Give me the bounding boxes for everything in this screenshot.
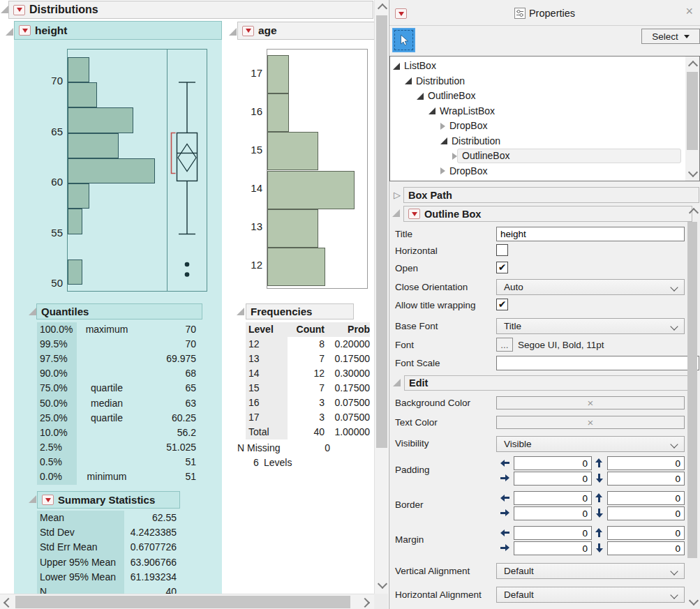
scroll-thumb[interactable] <box>376 15 387 448</box>
padding-top-input[interactable] <box>607 456 685 470</box>
histogram-bar[interactable] <box>267 93 289 132</box>
tree-item-distribution[interactable]: Distribution <box>393 134 681 149</box>
tree-item-dropbox[interactable]: DropBox <box>393 119 681 133</box>
margin-right-input[interactable] <box>514 541 592 555</box>
margin-bottom-input[interactable] <box>607 541 685 555</box>
border-left-input[interactable] <box>514 491 592 505</box>
scroll-down-arrow[interactable] <box>378 579 387 589</box>
close-icon[interactable]: × <box>685 3 693 19</box>
distributions-header[interactable]: Distributions <box>8 1 373 19</box>
box-path-header[interactable]: Box Path <box>403 187 699 203</box>
levels-row: 6 Levels <box>246 456 370 470</box>
tree-collapsed-icon[interactable] <box>440 167 445 174</box>
histogram-bar[interactable] <box>68 57 89 82</box>
frequencies-header[interactable]: Frequencies <box>246 303 354 319</box>
scroll-thumb[interactable] <box>687 72 698 150</box>
padding-left-input[interactable] <box>514 456 592 470</box>
report-vertical-scrollbar[interactable] <box>374 0 388 594</box>
border-bottom-input[interactable] <box>607 506 685 520</box>
tree-expanded-icon[interactable] <box>417 93 424 100</box>
histogram-bar[interactable] <box>68 158 155 183</box>
close-orientation-dropdown[interactable]: Auto <box>496 279 685 295</box>
tree-expanded-icon[interactable] <box>429 107 435 114</box>
edit-header[interactable]: Edit <box>404 375 692 391</box>
title-input[interactable] <box>496 227 685 241</box>
box-path-collapse-icon[interactable]: ▷ <box>394 190 401 200</box>
summary-statistics-header[interactable]: Summary Statistics <box>37 491 180 509</box>
outline-box-collapse-icon[interactable] <box>392 209 400 217</box>
horizontal-checkbox[interactable] <box>496 244 508 256</box>
allow-title-wrapping-checkbox[interactable]: ✔ <box>496 299 508 310</box>
outline-box-red-triangle-menu[interactable] <box>408 209 420 219</box>
age-histogram-plot[interactable] <box>267 49 368 289</box>
open-checkbox[interactable]: ✔ <box>496 262 508 273</box>
histogram-bar[interactable] <box>267 132 318 170</box>
margin-top-input[interactable] <box>607 526 685 540</box>
padding-bottom-input[interactable] <box>607 472 685 486</box>
scroll-down-arrow[interactable] <box>689 596 699 606</box>
font-scale-input[interactable] <box>496 356 699 370</box>
selection-tool-button[interactable] <box>392 28 415 52</box>
tree-scrollbar[interactable] <box>685 57 699 181</box>
height-header[interactable]: height <box>14 21 222 40</box>
padding-right-input[interactable] <box>514 472 592 486</box>
quantiles-header[interactable]: Quantiles <box>36 303 202 319</box>
border-top-input[interactable] <box>607 491 685 505</box>
border-right-input[interactable] <box>514 506 592 520</box>
background-color-button[interactable]: × <box>496 396 685 409</box>
height-red-triangle-menu[interactable] <box>19 25 31 36</box>
margin-left-input[interactable] <box>514 526 592 540</box>
histogram-bar[interactable] <box>68 107 133 133</box>
tree-item-outlinebox[interactable]: OutlineBox <box>393 149 681 163</box>
age-header[interactable]: age <box>237 22 374 40</box>
frequencies-collapse-icon[interactable] <box>237 308 244 315</box>
scroll-right-arrow[interactable] <box>360 598 370 608</box>
edit-collapse-icon[interactable] <box>393 379 401 386</box>
summary-collapse-icon[interactable] <box>29 495 36 503</box>
tree-expanded-icon[interactable] <box>393 63 400 70</box>
outline-box-header[interactable]: Outline Box <box>403 206 692 222</box>
histogram-bar[interactable] <box>68 260 82 285</box>
scroll-thumb[interactable] <box>687 222 697 558</box>
summary-red-triangle-menu[interactable] <box>42 495 54 505</box>
base-font-dropdown[interactable]: Title <box>496 318 685 334</box>
histogram-bar[interactable] <box>68 133 119 158</box>
scroll-up-arrow[interactable] <box>688 61 698 70</box>
histogram-bar[interactable] <box>267 209 318 248</box>
histogram-bar[interactable] <box>267 248 325 286</box>
visibility-dropdown[interactable]: Visible <box>496 436 685 452</box>
horizontal-alignment-dropdown[interactable]: Default <box>496 587 685 603</box>
scroll-left-arrow[interactable] <box>3 598 13 608</box>
tree-item-label: DropBox <box>445 165 681 178</box>
tree-expanded-icon[interactable] <box>405 77 412 84</box>
scroll-up-arrow[interactable] <box>378 3 387 13</box>
tree-collapsed-icon[interactable] <box>440 123 445 130</box>
quantiles-collapse-icon[interactable] <box>29 308 36 315</box>
histogram-bar[interactable] <box>267 55 289 93</box>
histogram-bar[interactable] <box>68 82 97 107</box>
tree-item-dropbox[interactable]: DropBox <box>393 164 681 179</box>
histogram-bar[interactable] <box>68 209 82 234</box>
font-picker-button[interactable]: ... <box>496 338 513 352</box>
tree-item-distribution[interactable]: Distribution <box>393 179 681 181</box>
scroll-thumb[interactable] <box>15 596 350 608</box>
histogram-bar[interactable] <box>68 183 89 209</box>
text-color-button[interactable]: × <box>496 416 685 429</box>
tree-item-wraplistbox[interactable]: WrapListBox <box>393 104 681 119</box>
age-collapse-icon[interactable] <box>229 28 237 36</box>
distributions-red-triangle-menu[interactable] <box>13 5 25 15</box>
tree-item-distribution[interactable]: Distribution <box>393 74 681 89</box>
height-histogram-plot[interactable] <box>67 49 207 292</box>
height-collapse-icon[interactable] <box>6 28 13 36</box>
scroll-down-arrow[interactable] <box>688 167 698 177</box>
vertical-alignment-dropdown[interactable]: Default <box>496 563 685 579</box>
tree-expanded-icon[interactable] <box>440 137 447 144</box>
tree-item-outlinebox[interactable]: OutlineBox <box>393 89 681 103</box>
histogram-bar[interactable] <box>267 171 355 209</box>
tree-collapsed-icon[interactable] <box>452 153 457 160</box>
tree-item-listbox[interactable]: ListBox <box>393 59 681 73</box>
age-red-triangle-menu[interactable] <box>242 26 254 36</box>
distributions-collapse-icon[interactable] <box>1 6 8 13</box>
report-horizontal-scrollbar[interactable] <box>0 594 374 609</box>
select-dropdown-button[interactable]: Select <box>641 29 700 44</box>
